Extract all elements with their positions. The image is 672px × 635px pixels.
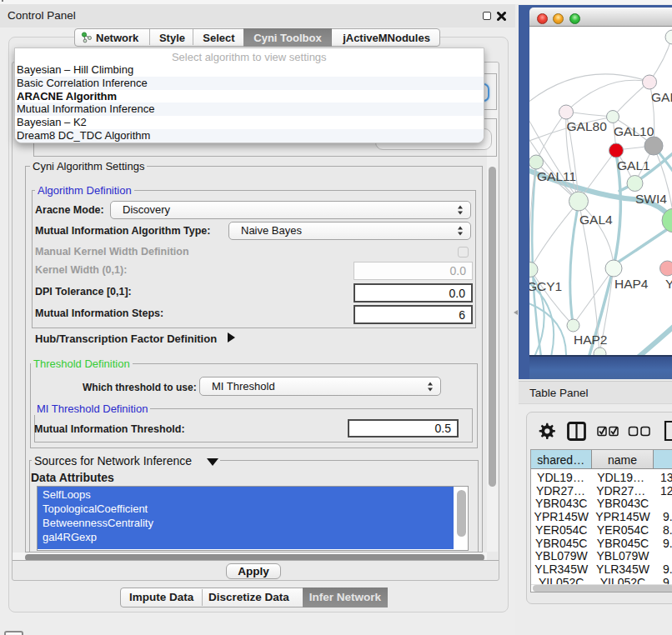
svg-text:GAL1: GAL1 xyxy=(617,158,650,172)
svg-text:GAL4: GAL4 xyxy=(579,212,613,227)
svg-text:HAP2: HAP2 xyxy=(574,332,608,347)
svg-text:YJ: YJ xyxy=(665,277,672,291)
svg-text:GAL7: GAL7 xyxy=(651,90,672,104)
svg-text:GCY1: GCY1 xyxy=(529,279,562,293)
svg-text:GAL80: GAL80 xyxy=(566,119,607,133)
svg-text:SWI4: SWI4 xyxy=(635,192,667,206)
svg-text:HAP4: HAP4 xyxy=(614,277,649,291)
svg-text:GAL11: GAL11 xyxy=(537,169,576,183)
svg-text:GAL10: GAL10 xyxy=(614,124,654,138)
